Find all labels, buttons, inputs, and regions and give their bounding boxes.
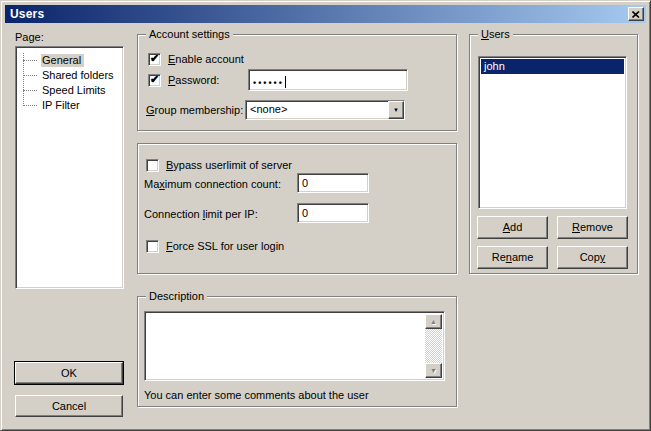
tree-item-shared-folders[interactable]: Shared folders (18, 68, 121, 83)
description-value (147, 314, 425, 378)
description-title: Description (146, 290, 207, 303)
enable-account-checkbox[interactable] (148, 53, 161, 66)
password-masked-value: •••••• (253, 78, 284, 88)
account-settings-title: Account settings (146, 28, 233, 41)
tree-item-label: IP Filter (41, 99, 83, 112)
tree-item-label: General (41, 54, 84, 67)
text-caret (285, 76, 286, 88)
bypass-userlimit-checkbox[interactable] (146, 159, 159, 172)
titlebar[interactable]: Users (5, 5, 646, 23)
arrow-up-icon: ▲ (430, 318, 437, 325)
users-group: Users john Add Remove Rename Copy (469, 34, 638, 274)
scroll-down-button[interactable]: ▼ (425, 363, 442, 378)
tree-item-speed-limits[interactable]: Speed Limits (18, 83, 121, 98)
group-membership-label: Group membership: (146, 104, 243, 117)
ok-button[interactable]: OK (15, 362, 123, 384)
add-button[interactable]: Add (477, 216, 548, 239)
bypass-userlimit-label[interactable]: Bypass userlimit of server (166, 159, 292, 172)
force-ssl-checkbox[interactable] (146, 240, 159, 253)
cancel-button[interactable]: Cancel (15, 395, 123, 417)
max-connection-input[interactable] (297, 173, 369, 193)
page-label: Page: (15, 31, 44, 43)
password-label[interactable]: Password: (168, 74, 219, 87)
max-connection-label: Maximum connection count: (144, 178, 281, 191)
users-dialog: Users Page: General Shared folders Speed… (0, 0, 651, 431)
users-listbox[interactable]: john (478, 56, 627, 209)
page-tree-items: General Shared folders Speed Limits IP F… (18, 49, 121, 286)
tree-item-label: Speed Limits (41, 84, 109, 97)
password-input[interactable]: •••••• (248, 69, 408, 91)
tree-item-label: Shared folders (41, 69, 117, 82)
close-icon (632, 11, 640, 18)
limits-group: Bypass userlimit of server Maximum conne… (137, 143, 457, 274)
description-hint: You can enter some comments about the us… (144, 389, 369, 401)
users-list-items: john (481, 59, 624, 206)
user-list-item[interactable]: john (481, 59, 624, 74)
user-name: john (484, 60, 505, 72)
description-group: Description ▲ ▼ You can enter some comme… (137, 296, 457, 407)
rename-button[interactable]: Rename (477, 246, 548, 269)
connection-per-ip-input[interactable] (297, 203, 369, 223)
description-textarea[interactable]: ▲ ▼ (144, 311, 445, 381)
close-button[interactable] (628, 7, 644, 21)
arrow-down-icon: ▼ (430, 367, 437, 374)
description-scrollbar[interactable]: ▲ ▼ (425, 314, 442, 378)
window-title: Users (10, 7, 44, 21)
enable-account-label[interactable]: Enable account (168, 53, 244, 66)
account-settings-group: Account settings Enable account Password… (137, 34, 457, 131)
users-group-title: Users (478, 28, 513, 41)
chevron-down-icon: ▼ (393, 107, 399, 113)
group-membership-dropdown-button[interactable]: ▼ (388, 101, 404, 119)
force-ssl-label[interactable]: Force SSL for user login (166, 240, 284, 253)
scroll-up-button[interactable]: ▲ (425, 314, 442, 329)
remove-button[interactable]: Remove (557, 216, 628, 239)
tree-item-general[interactable]: General (18, 53, 121, 68)
page-tree[interactable]: General Shared folders Speed Limits IP F… (15, 46, 124, 289)
group-membership-value: <none> (246, 101, 388, 119)
group-membership-select[interactable]: <none> ▼ (245, 100, 405, 120)
connection-per-ip-label: Connection limit per IP: (144, 208, 258, 221)
tree-item-ip-filter[interactable]: IP Filter (18, 98, 121, 113)
copy-button[interactable]: Copy (557, 246, 628, 269)
password-checkbox[interactable] (148, 74, 161, 87)
